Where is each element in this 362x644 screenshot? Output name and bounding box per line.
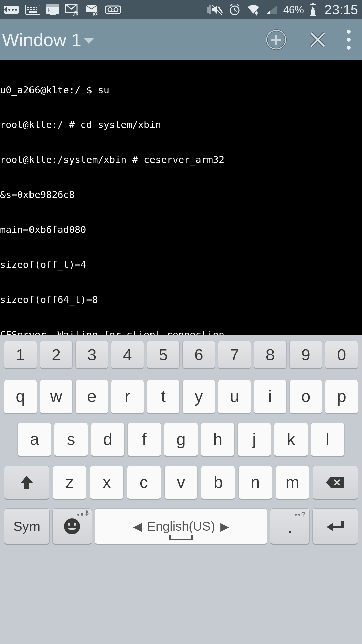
svg-rect-6 [27,7,29,8]
svg-point-25 [114,8,118,12]
svg-point-3 [12,9,14,11]
enter-icon [325,519,345,534]
terminal-line: sizeof(off_t)=4 [0,259,361,271]
terminal-output[interactable]: u0_a266@klte:/ $ su root@klte:/ # cd sys… [0,60,362,335]
svg-point-2 [8,9,10,11]
window-title-text: Window 1 [2,29,81,50]
svg-point-24 [108,8,112,12]
battery-percent: 46% [283,4,304,16]
key-g[interactable]: g [164,423,198,457]
alarm-icon [228,3,241,16]
backspace-icon [325,476,346,489]
key-6[interactable]: 6 [182,341,215,369]
key-a[interactable]: a [17,423,51,457]
terminal-line: u0_a266@klte:/ $ su [0,85,361,96]
cell-signal-icon [266,4,278,15]
key-row-3: z x c v b n m [0,463,362,506]
svg-rect-12 [33,9,35,10]
mail-notification-icon: @ [65,4,80,16]
key-h[interactable]: h [201,423,235,457]
space-indicator-icon [169,535,193,540]
svg-line-33 [235,10,237,11]
svg-line-35 [237,4,239,6]
emoji-icon [63,517,81,535]
terminal-line: root@klte:/ # cd system/xbin [0,119,361,131]
enter-key[interactable] [312,508,358,545]
key-z[interactable]: z [53,466,86,500]
key-7[interactable]: 7 [218,341,251,369]
svg-marker-39 [266,11,270,14]
svg-line-34 [230,4,232,6]
svg-rect-55 [86,510,88,514]
mail-notification-icon-2: @ [85,4,100,16]
window-dropdown[interactable]: Window 1 [0,29,94,50]
terminal-line: root@klte:/system/xbin # ceserver_arm32 [0,154,361,166]
key-s[interactable]: s [54,423,88,457]
key-n[interactable]: n [238,466,272,500]
key-x[interactable]: x [90,466,124,500]
terminal-line: sizeof(off64_t)=8 [0,294,361,306]
svg-rect-14 [29,11,37,13]
symbols-key[interactable]: Sym [4,508,50,545]
key-2[interactable]: 2 [40,341,72,369]
key-1[interactable]: 1 [4,341,37,369]
key-w[interactable]: w [40,380,72,414]
svg-point-57 [64,518,80,534]
key-c[interactable]: c [127,466,161,500]
backspace-key[interactable] [313,466,358,500]
spacebar-key[interactable]: ◀ English(US) ▶ [95,508,267,545]
emoji-key[interactable] [52,508,92,545]
key-9[interactable]: 9 [289,341,322,369]
battery-charging-icon [309,3,317,16]
svg-rect-16 [46,4,59,7]
svg-text:@: @ [72,10,78,16]
svg-rect-7 [30,7,32,8]
shift-key[interactable] [4,466,49,500]
key-0[interactable]: 0 [325,341,358,369]
spacebar-label: English(US) [147,519,215,534]
key-u[interactable]: u [218,380,251,414]
status-right-icons: 46% 23:15 [207,2,358,17]
keyboard-notification-icon [25,5,40,15]
key-m[interactable]: m [276,466,309,500]
key-5[interactable]: 5 [147,341,180,369]
svg-point-58 [68,523,70,526]
key-l[interactable]: l [311,423,345,457]
key-row-bottom: Sym ◀ English(US) ▶ ••? . [0,506,362,552]
overflow-menu-button[interactable] [339,30,359,50]
svg-text:@: @ [93,10,99,16]
key-3[interactable]: 3 [75,341,108,369]
prev-lang-icon: ◀ [133,520,142,533]
key-t[interactable]: t [147,380,180,414]
key-f[interactable]: f [127,423,161,457]
close-window-button[interactable] [304,26,331,53]
vibrate-mute-icon [207,3,223,16]
next-lang-icon: ▶ [220,520,229,533]
key-row-numbers: 1 2 3 4 5 6 7 8 9 0 [0,339,362,377]
key-b[interactable]: b [201,466,235,500]
add-window-button[interactable] [263,26,290,53]
period-hint: ••? [295,510,306,519]
key-p[interactable]: p [325,380,358,414]
svg-point-4 [15,9,17,11]
key-r[interactable]: r [111,380,144,414]
key-o[interactable]: o [289,380,322,414]
key-e[interactable]: e [75,380,108,414]
key-8[interactable]: 8 [254,341,287,369]
period-key[interactable]: ••? . [270,508,310,545]
svg-rect-10 [27,9,29,10]
status-clock: 23:15 [324,2,358,17]
shift-arrow-icon [19,474,34,490]
key-y[interactable]: y [182,380,215,414]
key-q[interactable]: q [4,380,37,414]
status-left-icons: $_ @ @ [4,4,121,16]
key-v[interactable]: v [164,466,198,500]
key-i[interactable]: i [254,380,287,414]
key-k[interactable]: k [274,423,308,457]
svg-rect-13 [36,9,37,10]
key-4[interactable]: 4 [111,341,144,369]
key-j[interactable]: j [237,423,271,457]
status-bar: $_ @ @ [0,0,362,19]
svg-rect-9 [36,7,37,8]
key-d[interactable]: d [91,423,125,457]
